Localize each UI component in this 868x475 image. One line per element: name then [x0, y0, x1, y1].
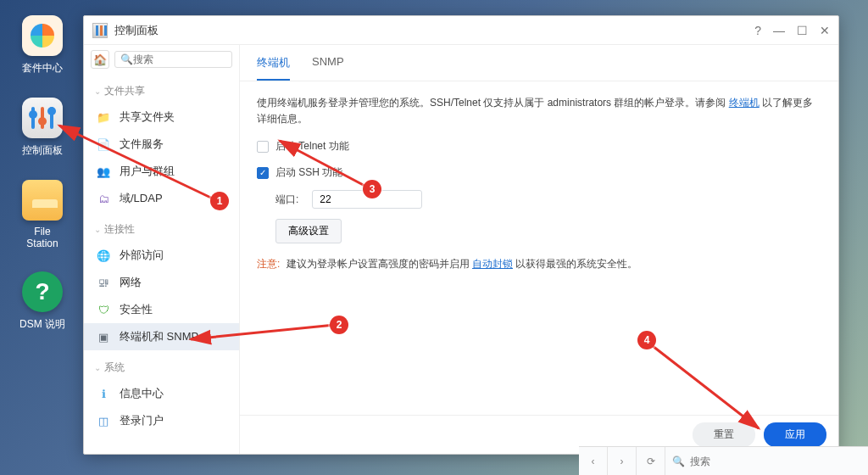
checkbox-icon — [257, 141, 269, 153]
chevron-down-icon: ⌄ — [94, 87, 101, 96]
icon-label: DSM 说明 — [17, 317, 68, 332]
home-button[interactable]: 🏠 — [91, 50, 109, 69]
terminal-help-link[interactable]: 终端机 — [729, 97, 760, 109]
file-icon: 📄 — [96, 137, 111, 152]
close-button[interactable]: ✕ — [820, 24, 830, 37]
tabs: 终端机 SNMP — [240, 45, 838, 81]
taskbar-fragment: ‹ › ⟳ 🔍 — [579, 446, 868, 475]
search-input[interactable] — [133, 53, 226, 65]
section-file-sharing[interactable]: ⌄文件共享 — [84, 75, 239, 103]
folder-icon: 📁 — [96, 109, 111, 125]
icon-label: File Station — [17, 226, 68, 249]
tab-content: 使用终端机服务登录并管理您的系统。SSH/Telnet 仅支持从属于 admin… — [240, 81, 838, 415]
sidebar-item-network[interactable]: 🖳网络 — [84, 269, 239, 296]
checkbox-checked-icon: ✓ — [257, 167, 269, 179]
telnet-checkbox-label: 启动 Telnet 功能 — [275, 139, 349, 154]
sidebar-item-security[interactable]: 🛡安全性 — [84, 296, 239, 323]
section-connectivity[interactable]: ⌄连接性 — [84, 214, 239, 242]
telnet-checkbox-row[interactable]: 启动 Telnet 功能 — [257, 139, 821, 154]
sidebar-item-user-group[interactable]: 👥用户与群组 — [84, 158, 239, 185]
desktop-icons: 套件中心 控制面板 File Station ? DSM 说明 — [17, 15, 76, 354]
control-panel-logo-icon — [92, 23, 108, 38]
minimize-button[interactable]: — — [773, 24, 785, 37]
file-station-icon — [22, 180, 63, 221]
security-note: 注意: 建议为登录帐户设置高强度的密码并启用 自动封锁 以获得最强的系统安全性。 — [257, 257, 821, 271]
sidebar-item-info-center[interactable]: ℹ信息中心 — [84, 380, 239, 407]
nav-back-button[interactable]: ‹ — [579, 447, 608, 476]
network-icon: 🖳 — [96, 275, 111, 290]
sidebar-item-terminal-snmp[interactable]: ▣终端机和 SNMP — [84, 323, 239, 350]
help-icon: ? — [22, 271, 63, 312]
section-system[interactable]: ⌄系统 — [84, 352, 239, 380]
nav-forward-button[interactable]: › — [608, 447, 637, 476]
port-label: 端口: — [275, 193, 298, 207]
auto-block-link[interactable]: 自动封锁 — [472, 258, 513, 270]
control-panel-icon — [22, 98, 63, 138]
sidebar: 🏠 🔍 ⌄文件共享 📁共享文件夹 📄文件服务 👥用户与群组 🗂域/LDAP ⌄连… — [84, 45, 240, 454]
advanced-settings-button[interactable]: 高级设置 — [275, 219, 342, 243]
window-title: 控制面板 — [114, 23, 754, 38]
sidebar-item-file-services[interactable]: 📄文件服务 — [84, 131, 239, 158]
titlebar: 控制面板 ? — ☐ ✕ — [84, 16, 838, 45]
globe-icon: 🌐 — [96, 248, 111, 263]
search-icon: 🔍 — [672, 455, 685, 467]
refresh-button[interactable]: ⟳ — [637, 447, 665, 476]
desktop-icon-control-panel[interactable]: 控制面板 — [17, 98, 68, 158]
control-panel-window: 控制面板 ? — ☐ ✕ 🏠 🔍 ⌄文件共享 📁共享文件夹 📄文件服务 👥用户与… — [83, 15, 839, 455]
help-button[interactable]: ? — [754, 24, 761, 37]
ssh-checkbox-label: 启动 SSH 功能 — [275, 165, 342, 180]
sidebar-search[interactable]: 🔍 — [114, 51, 232, 68]
tab-terminal[interactable]: 终端机 — [257, 55, 290, 81]
terminal-icon: ▣ — [96, 329, 111, 344]
taskbar-search[interactable]: 🔍 — [665, 455, 868, 467]
apply-button[interactable]: 应用 — [764, 422, 826, 447]
icon-label: 控制面板 — [17, 143, 68, 158]
desktop-icon-pkg-center[interactable]: 套件中心 — [17, 15, 68, 75]
chevron-down-icon: ⌄ — [94, 363, 101, 372]
desktop-icon-dsm-help[interactable]: ? DSM 说明 — [17, 271, 68, 332]
taskbar-search-input[interactable] — [690, 455, 861, 467]
main-panel: 终端机 SNMP 使用终端机服务登录并管理您的系统。SSH/Telnet 仅支持… — [240, 45, 838, 454]
description: 使用终端机服务登录并管理您的系统。SSH/Telnet 仅支持从属于 admin… — [257, 95, 821, 127]
ssh-port-input[interactable] — [312, 190, 422, 209]
icon-label: 套件中心 — [17, 61, 68, 75]
desktop-icon-file-station[interactable]: File Station — [17, 180, 68, 249]
portal-icon: ◫ — [96, 413, 111, 428]
sidebar-item-shared-folder[interactable]: 📁共享文件夹 — [84, 103, 239, 131]
info-icon: ℹ — [96, 386, 111, 401]
maximize-button[interactable]: ☐ — [797, 24, 808, 37]
tab-snmp[interactable]: SNMP — [312, 55, 344, 81]
sidebar-item-external-access[interactable]: 🌐外部访问 — [84, 242, 239, 269]
sidebar-item-domain-ldap[interactable]: 🗂域/LDAP — [84, 185, 239, 212]
search-icon: 🔍 — [120, 53, 133, 65]
window-controls: ? — ☐ ✕ — [754, 24, 830, 37]
reset-button[interactable]: 重置 — [693, 422, 755, 447]
chevron-down-icon: ⌄ — [94, 225, 101, 234]
users-icon: 👥 — [96, 164, 111, 179]
domain-icon: 🗂 — [96, 191, 111, 206]
pkg-center-icon — [22, 15, 63, 56]
shield-icon: 🛡 — [96, 302, 111, 317]
sidebar-item-login-portal[interactable]: ◫登录门户 — [84, 407, 239, 434]
ssh-checkbox-row[interactable]: ✓ 启动 SSH 功能 — [257, 165, 821, 180]
